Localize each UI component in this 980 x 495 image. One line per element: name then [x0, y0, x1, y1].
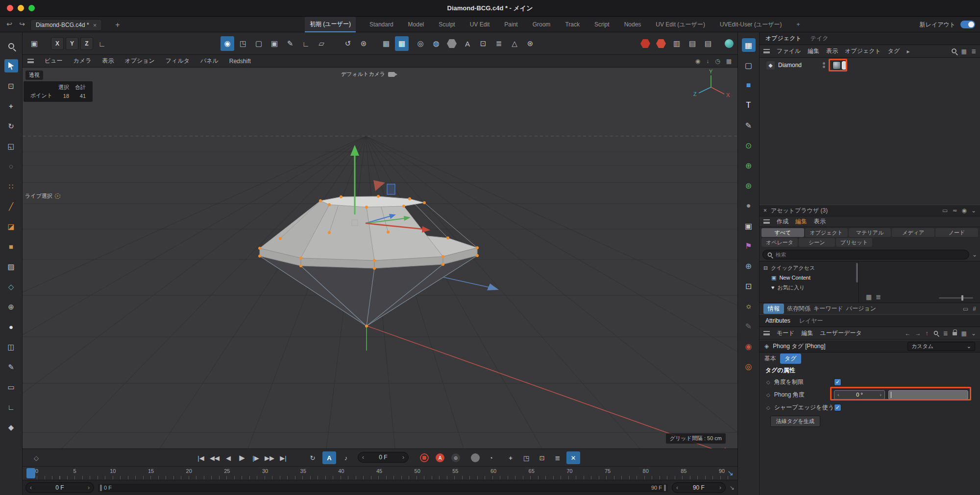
goto-start-icon[interactable]: |◀: [194, 451, 208, 464]
menu-camera[interactable]: カメラ: [74, 57, 92, 65]
attr-menu-icon[interactable]: [763, 331, 770, 335]
cube-icon[interactable]: ▢: [252, 36, 266, 51]
diamond-object-icon[interactable]: ◆: [766, 61, 775, 70]
layout-tab-initial[interactable]: 初期 (ユーザー): [305, 17, 356, 32]
ab-menu-edit[interactable]: 編集: [795, 217, 807, 226]
instances-icon[interactable]: ▣: [742, 219, 756, 233]
object-list[interactable]: ◆ Diamond: [760, 58, 980, 205]
menu-redshift[interactable]: Redshift: [229, 58, 251, 65]
record-keyframe-icon[interactable]: [417, 451, 431, 464]
cube-stack-icon[interactable]: ▣: [268, 36, 281, 51]
range-right-handle[interactable]: [664, 485, 666, 491]
snap-grid-icon[interactable]: ▦: [395, 36, 409, 51]
phong-decrement-icon[interactable]: ‹: [837, 392, 839, 398]
new-layout-label[interactable]: 新レイアウト: [920, 21, 956, 29]
pan-view-icon[interactable]: ◉: [695, 58, 700, 65]
param-diamond-icon[interactable]: ◇: [766, 392, 770, 398]
ab-tab-info[interactable]: 情報: [763, 304, 784, 314]
expand-timeline-icon[interactable]: ↘: [727, 469, 734, 477]
close-document-icon[interactable]: ×: [93, 22, 97, 29]
move-keys-icon[interactable]: +: [504, 451, 517, 464]
layout-tab-uvedituser-user[interactable]: UVEdit-User (ユーザー): [719, 17, 783, 32]
workplane-mode-icon[interactable]: ◇: [4, 280, 18, 293]
ab-tab-versions[interactable]: バージョン: [846, 305, 876, 313]
ab-menu-create[interactable]: 作成: [777, 217, 788, 226]
circle-gear-icon[interactable]: ◍: [429, 36, 443, 51]
attr-menu-edit[interactable]: 編集: [802, 329, 813, 337]
light-bulb-icon[interactable]: ☼: [742, 299, 756, 313]
cloth-sphere-icon[interactable]: ⊕: [742, 159, 756, 172]
marker-icon[interactable]: ⊡: [535, 451, 549, 464]
phong-increment-icon[interactable]: ›: [880, 392, 882, 398]
range-end-decrement-icon[interactable]: ‹: [676, 484, 678, 491]
sharp-edges-checkbox[interactable]: ✓: [834, 404, 841, 411]
live-selection-tool-icon[interactable]: ◌: [4, 160, 18, 173]
ab-menu-view[interactable]: 表示: [814, 217, 826, 226]
attr-grid-icon[interactable]: ▦: [961, 330, 967, 337]
range-start-value[interactable]: 0 F: [55, 484, 64, 491]
region-key-icon[interactable]: ◳: [519, 451, 533, 464]
circle-null-icon[interactable]: ◎: [414, 36, 427, 51]
redo-icon[interactable]: ↪: [17, 19, 27, 29]
corner-tool-icon[interactable]: ∟: [4, 401, 18, 414]
ab-target-icon[interactable]: ◉: [961, 207, 966, 214]
visibility-dots[interactable]: [823, 62, 825, 68]
thumbnail-zoom-slider[interactable]: [939, 297, 973, 299]
range-slider[interactable]: 0 F 90 F: [98, 484, 668, 492]
camera-label[interactable]: デフォルトカメラ: [341, 71, 395, 78]
previous-key-icon[interactable]: ◀◀: [208, 451, 221, 464]
ab-filter-icon[interactable]: ≂: [952, 207, 957, 214]
play-button-icon[interactable]: ▶: [235, 451, 249, 464]
phong-tag-icon[interactable]: [833, 61, 841, 70]
model-mode-icon[interactable]: ■: [4, 240, 18, 253]
asset-tree-pane[interactable]: ⊟ クイックアクセス ▣ New Content ♥ お気に入り: [760, 261, 859, 303]
render-settings-icon[interactable]: ▥: [670, 36, 684, 51]
layout-tab-nodes[interactable]: Nodes: [623, 17, 642, 32]
asset-search-field[interactable]: [762, 250, 969, 259]
sculpt-pen-icon[interactable]: ✎: [742, 118, 756, 132]
om-menu-object[interactable]: オブジェクト: [845, 47, 881, 55]
globe-icon[interactable]: ⊕: [742, 259, 756, 273]
next-key-icon[interactable]: ▶▶: [263, 451, 276, 464]
viewport-menu-icon[interactable]: [27, 59, 34, 63]
menu-view[interactable]: ビュー: [45, 57, 63, 65]
tab-takes[interactable]: テイク: [810, 34, 829, 43]
layout-tab-paint[interactable]: Paint: [503, 17, 518, 32]
view-history-icon[interactable]: ◷: [715, 58, 720, 65]
list-view-icon[interactable]: ≣: [876, 293, 881, 301]
ruler-icon[interactable]: ∟: [299, 36, 313, 51]
preset-dropdown[interactable]: カスタム ⌄: [907, 342, 975, 351]
add-document-button[interactable]: +: [112, 19, 123, 31]
loop-mode-icon[interactable]: ↻: [306, 451, 319, 464]
diamond-model[interactable]: [258, 195, 479, 328]
om-menu-view[interactable]: 表示: [826, 47, 838, 55]
range-end-field[interactable]: ‹ 90 F ›: [672, 482, 726, 493]
next-frame-icon[interactable]: |▶: [249, 451, 263, 464]
ab-tab-presets[interactable]: プリセット: [836, 238, 872, 247]
selection-filter-icon[interactable]: ⊡: [4, 79, 18, 93]
ab-info-count-icon[interactable]: #: [973, 306, 976, 312]
ab-close-icon[interactable]: ×: [763, 207, 767, 214]
frame-view-icon[interactable]: ↓: [706, 58, 709, 65]
range-start-field[interactable]: ‹ 0 F ›: [25, 482, 94, 493]
range-left-handle[interactable]: [100, 485, 102, 491]
viewport-layout-icon[interactable]: ▦: [726, 58, 732, 65]
modeling-settings-gear-icon[interactable]: ⊛: [357, 36, 370, 51]
polygons-mode-icon[interactable]: ◪: [4, 220, 18, 233]
box-corner-icon[interactable]: ◳: [236, 36, 250, 51]
autokey-toggle-icon[interactable]: A: [433, 451, 447, 464]
redshift-sphere-icon[interactable]: [722, 36, 736, 51]
range-start-increment-icon[interactable]: ›: [88, 484, 90, 491]
tree-item-favorites[interactable]: ♥ お気に入り: [760, 283, 858, 292]
chip-tag[interactable]: タグ: [780, 354, 801, 364]
ab-tab-media[interactable]: メディア: [892, 228, 934, 237]
mirror-tool-icon[interactable]: ◫: [4, 340, 18, 354]
ab-tab-materials[interactable]: マテリアル: [849, 228, 891, 237]
layout-tab-groom[interactable]: Groom: [532, 17, 552, 32]
om-menu-edit[interactable]: 編集: [808, 47, 819, 55]
snap-tools-icon[interactable]: ✕: [566, 451, 580, 464]
ab-info-panel-icon[interactable]: ▭: [963, 306, 968, 312]
ab-tab-objects[interactable]: オブジェクト: [805, 228, 848, 237]
layout-panels-icon[interactable]: ▦: [742, 38, 756, 52]
object-row-diamond[interactable]: ◆ Diamond: [760, 60, 980, 71]
